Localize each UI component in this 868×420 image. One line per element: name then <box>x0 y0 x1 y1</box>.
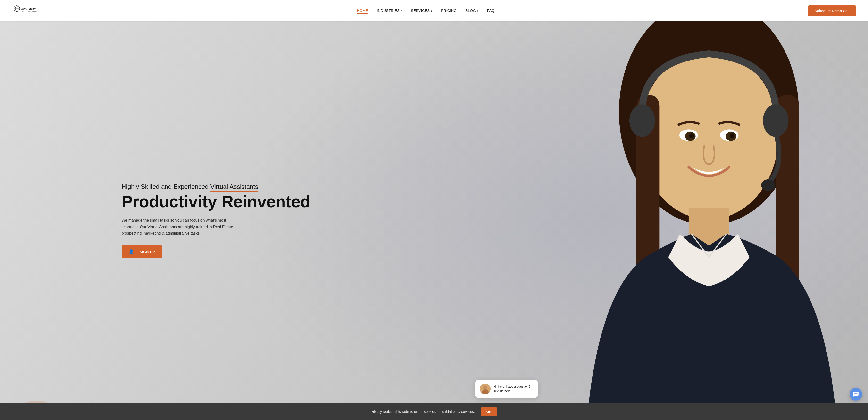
svg-point-10 <box>639 51 779 220</box>
hero-description: We manage the small tasks so you can foc… <box>122 217 238 236</box>
nav-item-pricing[interactable]: PRICING <box>441 8 457 13</box>
nav-link-home[interactable]: HOME <box>357 8 368 13</box>
cookie-ok-button[interactable]: OK <box>480 408 497 416</box>
signup-button[interactable]: 👤+ SIGN UP <box>122 245 162 258</box>
cookie-text-before: Privacy Notice: This website uses <box>371 410 421 414</box>
navbar: virtu desk . VIRTUAL ASSISTANTS HOME IND… <box>0 0 868 21</box>
svg-point-16 <box>761 179 775 191</box>
hero-subtitle: Highly Skilled and Experienced Virtual A… <box>122 183 310 191</box>
schedule-demo-button[interactable]: Schedule Demo Call <box>808 5 856 16</box>
person-svg <box>503 21 868 420</box>
nav-item-home[interactable]: HOME <box>357 8 368 13</box>
svg-point-22 <box>730 134 735 138</box>
signup-label: SIGN UP <box>140 250 155 254</box>
nav-link-services[interactable]: SERVICES▾ <box>411 8 432 12</box>
chevron-icon: ▾ <box>431 9 432 12</box>
svg-text:.: . <box>33 8 33 10</box>
svg-text:virtu: virtu <box>21 7 27 11</box>
hero-content: Highly Skilled and Experienced Virtual A… <box>0 183 310 259</box>
chat-message: Hi there, have a question? Text us here. <box>493 385 533 393</box>
cookie-banner: Privacy Notice: This website uses cookie… <box>0 403 868 420</box>
svg-text:VIRTUAL ASSISTANTS: VIRTUAL ASSISTANTS <box>21 11 39 12</box>
cookie-link[interactable]: cookies <box>424 410 436 414</box>
nav-links: HOME INDUSTRIES▾ SERVICES▾ PRICING BLOG▾… <box>357 8 496 13</box>
logo[interactable]: virtu desk . VIRTUAL ASSISTANTS <box>12 4 45 17</box>
nav-link-industries[interactable]: INDUSTRIES▾ <box>377 8 402 12</box>
hero-section: Highly Skilled and Experienced Virtual A… <box>0 21 868 420</box>
nav-item-industries[interactable]: INDUSTRIES▾ <box>377 8 402 13</box>
chevron-icon: ▾ <box>477 9 478 12</box>
chat-avatar <box>480 384 491 394</box>
chat-fab-button[interactable] <box>849 388 862 400</box>
subtitle-highlight: Virtual Assistants <box>210 183 258 191</box>
logo-svg: virtu desk . VIRTUAL ASSISTANTS <box>12 4 45 17</box>
chevron-icon: ▾ <box>401 9 402 12</box>
chat-icon <box>853 391 859 397</box>
subtitle-prefix: Highly Skilled and Experienced <box>122 183 211 190</box>
nav-link-faqs[interactable]: FAQs <box>487 8 497 12</box>
nav-item-blog[interactable]: BLOG▾ <box>466 8 478 13</box>
hero-person <box>503 21 868 420</box>
nav-item-faqs[interactable]: FAQs <box>487 8 497 13</box>
nav-item-services[interactable]: SERVICES▾ <box>411 8 432 13</box>
svg-point-14 <box>629 104 655 137</box>
cookie-text-after: and third party services. <box>439 410 475 414</box>
nav-link-blog[interactable]: BLOG▾ <box>466 8 478 12</box>
user-plus-icon: 👤+ <box>128 249 137 254</box>
nav-link-pricing[interactable]: PRICING <box>441 8 457 12</box>
svg-point-21 <box>689 134 694 138</box>
chat-bubble[interactable]: Hi there, have a question? Text us here. <box>475 380 538 398</box>
hero-title: Productivity Reinvented <box>122 193 310 211</box>
